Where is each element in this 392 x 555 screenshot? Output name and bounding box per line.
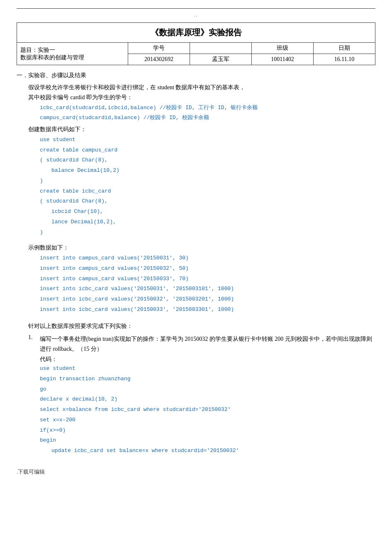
code-line-paren-close1: ) (40, 176, 375, 186)
footer-note: .下载可编辑 (17, 468, 375, 476)
report-title: 《数据库原理》实验报告 (17, 23, 375, 43)
insert-line-2: insert into campus_card values('20150032… (40, 264, 375, 274)
sample-intro: 示例数据如下： (28, 243, 375, 253)
banji-value: 10011402 (252, 54, 314, 65)
xuehao-header: 学号 (128, 43, 190, 54)
code-line-create-icbc: create table icbc_card (40, 187, 375, 196)
task1-code-begin2: begin (40, 436, 375, 445)
name-header (190, 43, 252, 54)
insert-line-3: insert into campus_card values('20150033… (40, 274, 375, 284)
code-line-paren-close2: ) (40, 228, 375, 237)
banji-header: 班级 (252, 43, 314, 54)
task1-code-declare: declare x decimal(10, 2) (40, 395, 375, 404)
insert-line-5: insert into icbc_card values('20150032',… (40, 295, 375, 304)
task1-code-if: if(x>=0) (40, 426, 375, 435)
name-value: 孟玉军 (190, 54, 252, 65)
task1-code-set: set x=x-200 (40, 416, 375, 425)
task1-code-update: update icbc_card set balance=x where stu… (40, 446, 375, 456)
report-table: 《数据库原理》实验报告 题目：实验一 数据库和表的创建与管理 学号 班级 日期 … (17, 22, 375, 65)
riqi-header: 日期 (313, 43, 375, 54)
task1-code-begin: begin transaction zhuanzhang (40, 374, 375, 384)
insert-block: insert into campus_card values('20150031… (28, 254, 375, 315)
code-line-icbcid: icbcid Char(10), (40, 207, 375, 217)
code-line-paren-open1: ( studcardid Char(8), (40, 156, 375, 165)
table2-def: campus_card(studcardid,balance) //校园卡 ID… (28, 113, 375, 123)
code-line-create-campus: create table campus_card (40, 146, 375, 155)
xuehao-value: 2014302692 (128, 54, 190, 65)
code-block-create: use student create table campus_card ( s… (28, 135, 375, 237)
insert-line-1: insert into campus_card values('20150031… (40, 254, 375, 263)
dots-decoration: .. (17, 12, 375, 18)
insert-line-6: insert into icbc_card values('20150033',… (40, 305, 375, 315)
section1-content: 假设学校允许学生将银行卡和校园卡进行绑定，在 student 数据库中有如下的基… (17, 83, 375, 331)
task1-code-go: go (40, 385, 375, 394)
intro-line2: 其中校园卡编号 cardid 即为学生的学号： (28, 93, 375, 103)
intro-line1: 假设学校允许学生将银行卡和校园卡进行绑定，在 student 数据库中有如下的基… (28, 83, 375, 93)
code-line-lance: lance Decimal(10,2), (40, 218, 375, 227)
task1-desc: 编写一个事务处理(begin tran)实现如下的操作：某学号为 2015003… (40, 334, 375, 354)
table1-def: icbc_card(studcardid,icbcid,balance) //校… (28, 103, 375, 113)
task1-item: 1. 编写一个事务处理(begin tran)实现如下的操作：某学号为 2015… (28, 334, 375, 354)
task1-code-select: select x=balance from icbc_card where st… (40, 405, 375, 415)
insert-line-4: insert into icbc_card values('20150031',… (40, 284, 375, 294)
create-intro: 创建数据库代码如下： (28, 125, 375, 134)
code-line-use: use student (40, 135, 375, 145)
top-line (17, 8, 375, 9)
code-label: 代码： (40, 356, 375, 363)
task1-num: 1. (28, 334, 40, 354)
task1-container: 1. 编写一个事务处理(begin tran)实现如下的操作：某学号为 2015… (17, 334, 375, 455)
section1-title: 一．实验容、步骤以及结果 (17, 72, 375, 79)
code-line-balance1: balance Decimal(10,2) (40, 166, 375, 176)
task1-code-section: 代码： use student begin transaction zhuanz… (28, 356, 375, 456)
task1-code-use: use student (40, 364, 375, 374)
code-line-paren-open2: ( studcardid Char(8), (40, 197, 375, 206)
task-intro: 针对以上数据库按照要求完成下列实验： (28, 321, 375, 331)
subject-label: 题目：实验一 数据库和表的创建与管理 (17, 43, 128, 65)
riqi-value: 16.11.10 (313, 54, 375, 65)
